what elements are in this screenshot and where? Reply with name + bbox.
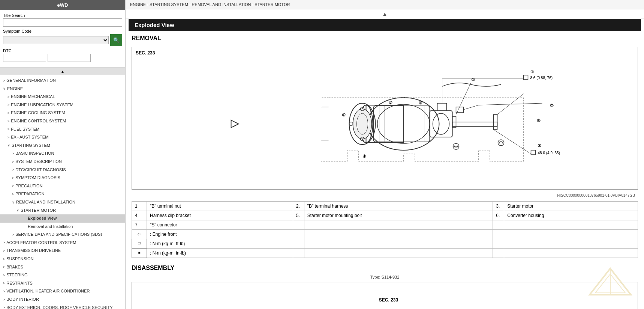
torque-icon-1: □ <box>132 239 147 249</box>
sidebar-item-preparation[interactable]: >PREPARATION <box>0 190 125 198</box>
torque-ftlb-label: : N·m (kg-m, ft-lb) <box>147 239 293 249</box>
torque-icon-2: ■ <box>132 249 147 258</box>
diagram-svg: 8.6 (0.88, 76) ① ① ⑦ ⑥ ③ ② ④ ① 48.0 (4.9… <box>132 49 638 188</box>
sidebar-item-removal-installation[interactable]: ∨REMOVAL AND INSTALLATION <box>0 198 125 207</box>
sidebar-item-precaution[interactable]: >PRECAUTION <box>0 182 125 190</box>
sidebar-item-service-data[interactable]: >SERVICE DATA AND SPECIFICATIONS (SDS) <box>0 231 125 239</box>
sidebar-item-restraints[interactable]: >RESTRAINTS <box>0 279 125 288</box>
svg-text:①: ① <box>342 113 346 117</box>
dtc-input2[interactable] <box>48 54 91 62</box>
sidebar-item-removal-installation-sub[interactable]: Removal and Installation <box>0 223 125 231</box>
symptom-code-select[interactable] <box>3 36 109 44</box>
nav-item-label: PRECAUTION <box>15 183 42 190</box>
svg-text:⑦: ⑦ <box>550 103 554 108</box>
sidebar-item-symptom-diagnosis[interactable]: >SYMPTOM DIAGNOSIS <box>0 174 125 182</box>
part-num-5: 5. <box>293 211 304 220</box>
chevron-right-icon: > <box>12 167 14 172</box>
arrow-left-icon: ⇦ <box>132 230 147 239</box>
chevron-right-icon: > <box>7 94 9 99</box>
nav-item-label: Removal and Installation <box>28 223 73 230</box>
nav-item-label: ENGINE <box>7 86 23 92</box>
table-row: 4. Harness clip bracket 5. Starter motor… <box>132 211 638 220</box>
sidebar-item-exhaust-system[interactable]: >EXHAUST SYSTEM <box>0 133 125 142</box>
sidebar-item-general-info[interactable]: >GENERAL INFORMATION <box>0 77 125 85</box>
disassembly-diagram: SEC. 233 <box>132 282 638 309</box>
part-num-7: 7. <box>132 220 147 230</box>
dtc-input1[interactable] <box>3 54 46 62</box>
svg-text:①: ① <box>471 77 475 82</box>
scroll-up-button[interactable]: ▲ <box>382 11 388 17</box>
svg-text:③: ③ <box>419 101 422 105</box>
table-row: 1. "B" terminal nut 2. "B" terminal harn… <box>132 202 638 211</box>
sidebar-item-engine[interactable]: ∨ENGINE <box>0 85 125 93</box>
svg-text:②: ② <box>389 101 392 105</box>
chevron-right-icon: > <box>7 127 9 132</box>
torque-inlb-label: : N·m (kg-m, in-lb) <box>147 249 293 258</box>
content-area[interactable]: ▲ Exploded View REMOVAL SEC. 233 <box>126 9 644 309</box>
table-row: □ : N·m (kg-m, ft-lb) <box>132 239 638 249</box>
chevron-right-icon: > <box>12 175 14 181</box>
chevron-right-icon: > <box>3 305 5 309</box>
diagram-caption: NISCC00000000013765901-01-JPBIA0147GB <box>132 193 638 198</box>
sidebar-item-fuel-system[interactable]: >FUEL SYSTEM <box>0 125 125 134</box>
sidebar-item-engine-cooling[interactable]: >ENGINE COOLING SYSTEM <box>0 109 125 117</box>
part-num-3: 3. <box>493 202 504 211</box>
sidebar-item-engine-lubrication[interactable]: >ENGINE LUBRICATION SYSTEM <box>0 101 125 109</box>
sidebar-item-engine-control[interactable]: >ENGINE CONTROL SYSTEM <box>0 117 125 125</box>
nav-item-label: SUSPENSION <box>6 256 33 262</box>
chevron-right-icon: > <box>7 110 9 116</box>
part-desc-6: Converter housing <box>504 211 638 220</box>
search-icon: 🔍 <box>113 37 120 43</box>
nav-item-label: STARTER MOTOR <box>21 207 56 214</box>
sidebar-item-brakes[interactable]: >BRAKES <box>0 263 125 271</box>
part-desc-4: Harness clip bracket <box>147 211 293 220</box>
type-label: Type: S114-932 <box>126 274 644 280</box>
engine-front-label: : Engine front <box>147 230 293 239</box>
nav-item-label: SYSTEM DESCRIPTION <box>15 158 61 165</box>
part-desc-1: "B" terminal nut <box>147 202 293 211</box>
part-num-6: 6. <box>493 211 504 220</box>
scroll-up-area: ▲ <box>126 9 644 19</box>
chevron-right-icon: > <box>3 297 5 302</box>
sidebar-item-starter-motor[interactable]: ∨STARTER MOTOR <box>0 207 125 215</box>
dtc-row <box>3 54 122 64</box>
symptom-code-label: Symptom Code <box>3 29 122 33</box>
nav-item-label: ACCELERATOR CONTROL SYSTEM <box>6 240 76 246</box>
nav-item-label: Exploded View <box>28 215 57 222</box>
dtc-label: DTC <box>3 48 122 53</box>
sidebar-item-suspension[interactable]: >SUSPENSION <box>0 255 125 263</box>
nav-item-label: GENERAL INFORMATION <box>6 77 55 84</box>
part-desc-2: "B" terminal harness <box>304 202 493 211</box>
sidebar-item-body-interior[interactable]: >BODY INTERIOR <box>0 295 125 304</box>
sidebar-item-starting-system[interactable]: ∨STARTING SYSTEM <box>0 142 125 150</box>
chevron-right-icon: > <box>12 151 14 156</box>
part-desc-5: Starter motor mounting bolt <box>304 211 493 220</box>
table-row: ■ : N·m (kg-m, in-lb) <box>132 249 638 258</box>
chevron-right-icon: > <box>3 289 5 294</box>
sidebar-collapse-button[interactable]: ▲ <box>0 68 125 75</box>
sidebar-item-transmission-driveline[interactable]: >TRANSMISSION DRIVELINE <box>0 247 125 255</box>
chevron-right-icon: > <box>12 159 14 164</box>
main-content: ENGINE - STARTING SYSTEM - REMOVAL AND I… <box>126 0 644 309</box>
sidebar-item-basic-inspection[interactable]: >BASIC INSPECTION <box>0 149 125 158</box>
disassembly-sec-label: SEC. 233 <box>376 294 401 306</box>
sidebar-item-ventilation[interactable]: >VENTILATION, HEATER AIR CONDITIONER <box>0 287 125 295</box>
title-search-input[interactable] <box>3 18 122 27</box>
nav-item-label: EXHAUST SYSTEM <box>11 134 48 141</box>
sidebar-item-accelerator-control[interactable]: >ACCELERATOR CONTROL SYSTEM <box>0 239 125 247</box>
nav-item-label: PREPARATION <box>15 191 44 197</box>
sidebar-item-engine-mechanical[interactable]: >ENGINE MECHANICAL <box>0 93 125 101</box>
nav-item-label: DTC/CIRCUIT DIAGNOSIS <box>15 167 66 173</box>
nav-item-label: STEERING <box>6 272 27 279</box>
sidebar-item-steering[interactable]: >STEERING <box>0 271 125 279</box>
sidebar-item-dtc-circuit[interactable]: >DTC/CIRCUIT DIAGNOSIS <box>0 166 125 174</box>
sidebar-item-system-description[interactable]: >SYSTEM DESCRIPTION <box>0 158 125 166</box>
nav-item-label: FUEL SYSTEM <box>11 126 39 133</box>
sidebar-item-exploded-view[interactable]: Exploded View <box>0 214 125 223</box>
nav-item-label: REMOVAL AND INSTALLATION <box>16 199 75 206</box>
sidebar-item-body-exterior[interactable]: >BODY EXTERIOR, DOORS, ROOF VEHICLE SECU… <box>0 304 125 309</box>
chevron-right-icon: > <box>12 183 14 188</box>
removal-title: REMOVAL <box>126 31 644 44</box>
chevron-right-icon: > <box>12 191 14 197</box>
search-button[interactable]: 🔍 <box>110 34 122 46</box>
